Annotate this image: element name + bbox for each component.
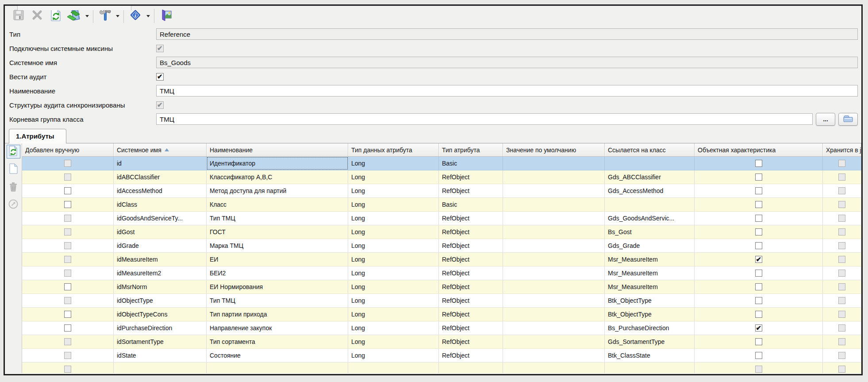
attribute-row[interactable]: idABCClassifierКлассификатор A,B,CLongRe… [22, 170, 861, 184]
column-header[interactable]: Системное имя [114, 143, 207, 156]
cell-default-value [503, 321, 605, 335]
cell-data-type: Long [348, 184, 439, 197]
root-group-ellipsis-button[interactable]: ... [816, 113, 835, 126]
audit-checkbox[interactable] [156, 73, 164, 81]
attribute-row[interactable]: idClassКлассLongBasic [22, 198, 861, 212]
object-characteristic-checkbox[interactable] [755, 324, 762, 332]
field-label-type: Тип [9, 31, 156, 38]
cell-system-name: idAccessMethod [114, 184, 207, 197]
attribute-row[interactable]: idPurchaseDirectionНаправление закупокLo… [22, 321, 861, 335]
object-characteristic-checkbox[interactable] [755, 215, 762, 222]
audit-structs-checkbox [156, 101, 164, 109]
attribute-row[interactable]: idObjectTypeConsТип партии приходаLongRe… [22, 308, 861, 321]
cell-added-manually [22, 198, 114, 211]
attribute-row[interactable]: idИдентификаторLongBasic [22, 157, 861, 170]
added-manually-checkbox[interactable] [64, 187, 71, 194]
column-header[interactable]: Добавлен вручную [22, 143, 114, 156]
added-manually-checkbox [64, 215, 71, 222]
object-characteristic-checkbox[interactable] [755, 283, 762, 290]
column-header-label: Добавлен вручную [25, 147, 79, 154]
root-group-folder-button[interactable] [838, 113, 858, 126]
attribute-row[interactable]: idMeasureItemЕИLongRefObjectMsr_MeasureI… [22, 253, 861, 266]
toolbar-separator [123, 9, 124, 23]
cell-stored-in-json [823, 266, 861, 280]
class-editor-window: i Тип Подключены системные миксины Систе… [4, 4, 863, 375]
cell-referenced-class: Btk_ClassState [605, 349, 695, 362]
info-dropdown-button[interactable] [145, 7, 152, 25]
added-manually-checkbox[interactable] [64, 201, 71, 208]
column-header[interactable]: Значение по умолчанию [503, 143, 605, 156]
column-header[interactable]: Наименование [207, 143, 348, 156]
added-manually-checkbox[interactable] [64, 283, 71, 290]
object-characteristic-checkbox[interactable] [755, 270, 762, 277]
attribute-row[interactable]: idAccessMethodМетод доступа для партийLo… [22, 184, 861, 198]
cell-display-name: ГОСТ [207, 225, 348, 239]
attribute-row[interactable]: idGostГОСТLongRefObjectBs_Gost [22, 225, 861, 239]
type-field[interactable] [156, 28, 858, 40]
name-field[interactable] [156, 85, 858, 96]
attribute-row[interactable]: idGradeМарка ТМЦLongRefObjectGds_Grade [22, 239, 861, 253]
column-header[interactable]: Объектная характеристика [695, 143, 823, 156]
cell-added-manually [22, 321, 114, 335]
cell-attribute-type: Basic [439, 198, 503, 211]
attribute-row[interactable]: idSortamentTypeТип сортаментаLongRefObje… [22, 335, 861, 349]
cell-added-manually [22, 363, 114, 373]
chevron-down-icon [85, 15, 89, 17]
object-characteristic-checkbox[interactable] [755, 228, 762, 235]
cell-data-type: Long [348, 170, 439, 184]
cell-stored-in-json [823, 212, 861, 225]
floppy-icon [12, 8, 25, 23]
object-characteristic-checkbox[interactable] [755, 160, 762, 167]
grid-side-toolbar [5, 143, 22, 373]
stored-in-json-checkbox [838, 283, 845, 290]
cell-display-name: Идентификатор [207, 157, 348, 170]
added-manually-checkbox[interactable] [64, 311, 71, 318]
grid-body: idИдентификаторLongBasicidABCClassifierК… [22, 157, 861, 373]
column-header[interactable]: Хранится в jso [823, 143, 861, 156]
cell-default-value [503, 294, 605, 307]
cell-system-name: idMeasureItem [114, 253, 207, 266]
column-header[interactable]: Тип атрибута [439, 143, 503, 156]
column-header-label: Значение по умолчанию [506, 147, 576, 154]
added-manually-checkbox[interactable] [64, 324, 71, 332]
object-characteristic-checkbox[interactable] [755, 187, 762, 194]
cell-attribute-type: RefObject [439, 280, 503, 293]
object-characteristic-checkbox[interactable] [755, 311, 762, 318]
link-circle-icon [8, 198, 19, 212]
attribute-row[interactable] [22, 363, 861, 373]
chevron-down-icon [146, 15, 150, 17]
cell-stored-in-json [823, 157, 861, 170]
object-characteristic-checkbox[interactable] [755, 174, 762, 181]
object-characteristic-checkbox[interactable] [755, 242, 762, 249]
attribute-row[interactable]: idMsrNormЕИ НормированияLongRefObjectMsr… [22, 280, 861, 294]
cell-stored-in-json [823, 294, 861, 307]
column-header[interactable]: Ссылается на класс [605, 143, 695, 156]
object-characteristic-checkbox[interactable] [755, 297, 762, 304]
object-characteristic-checkbox[interactable] [755, 256, 762, 263]
field-label-name: Наименование [9, 87, 156, 95]
cell-data-type: Long [348, 294, 439, 307]
root-group-field[interactable] [156, 113, 813, 125]
folder-icon [843, 115, 853, 124]
attribute-row[interactable]: idStateСостояниеLongRefObjectBtk_ClassSt… [22, 349, 861, 363]
object-characteristic-checkbox[interactable] [755, 352, 762, 359]
grid-refresh-button[interactable] [7, 145, 20, 158]
object-characteristic-checkbox[interactable] [755, 338, 762, 345]
cell-data-type: Long [348, 225, 439, 239]
attribute-row[interactable]: idMeasureItem2БЕИ2LongRefObjectMsr_Measu… [22, 266, 861, 280]
attribute-row[interactable]: idObjectTypeТип ТМЦLongRefObjectBtk_Obje… [22, 294, 861, 308]
cell-system-name: idState [114, 349, 207, 362]
system-name-field[interactable] [156, 57, 858, 68]
cell-default-value [503, 349, 605, 362]
cell-referenced-class [605, 198, 695, 211]
column-header[interactable]: Тип данных атрибута [348, 143, 439, 156]
object-characteristic-checkbox[interactable] [755, 201, 762, 208]
attribute-row[interactable]: idGoodsAndServiceTy...Тип ТМЦLongRefObje… [22, 212, 861, 225]
stored-in-json-checkbox [838, 366, 845, 373]
object-characteristic-checkbox [755, 366, 762, 373]
cell-default-value [503, 280, 605, 293]
tab-attributes[interactable]: 1.Атрибуты [9, 129, 66, 143]
cell-object-characteristic [695, 280, 823, 293]
view-button[interactable] [157, 7, 175, 25]
grid-add-button[interactable] [7, 162, 20, 176]
